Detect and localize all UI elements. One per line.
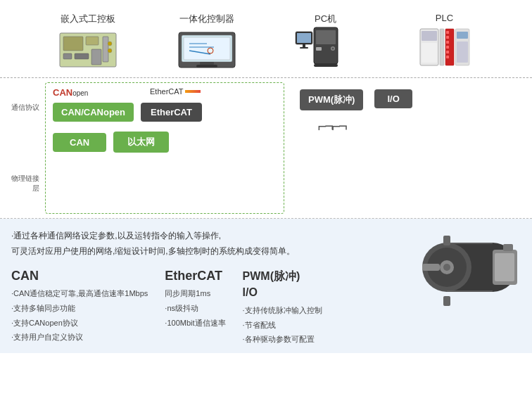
device-embedded-label: 嵌入式工控板 xyxy=(61,13,115,25)
comm-protocol-label: 通信协议 xyxy=(8,103,42,113)
device-embedded-image xyxy=(56,30,120,70)
device-plc-label: PLC xyxy=(436,13,453,23)
svg-rect-19 xyxy=(316,30,336,44)
feature-ethercat: EtherCAT 同步周期1ms ·ns级抖动 ·100Mbit通信速率 xyxy=(165,269,225,346)
svg-rect-17 xyxy=(196,65,217,68)
can-phys-badge: CAN xyxy=(53,133,106,152)
intro-line2: 可灵活对应用户使用的网络,缩短设计时间,多轴控制时的系统构成变得简单。 xyxy=(11,244,422,260)
device-embedded: 嵌入式工控板 xyxy=(56,13,120,70)
svg-rect-26 xyxy=(303,44,305,47)
svg-rect-29 xyxy=(422,31,437,41)
canopen-logo: CANopen xyxy=(53,87,88,98)
io-column: I/O xyxy=(374,89,412,108)
svg-rect-35 xyxy=(446,41,449,44)
feature-can-title: CAN xyxy=(11,269,148,283)
right-protocols: PWM(脉冲) ⌐¬⌐¬ I/O xyxy=(284,82,524,214)
feature-can-item0: ·CAN通信稳定可靠,最高通信速率1Mbps xyxy=(11,287,148,300)
svg-rect-11 xyxy=(184,37,230,60)
phys-row: CAN 以太网 xyxy=(53,132,277,153)
device-pc: PC机 xyxy=(294,13,357,70)
can-canopen-badge: CAN/CANopen xyxy=(53,103,134,122)
protocol-box: CANopen EtherCAT CAN/CANopen EtherCAT CA… xyxy=(45,82,284,214)
device-controller-label: 一体化控制器 xyxy=(179,13,234,25)
feature-pwm-io-item0: ·支持传统脉冲输入控制 xyxy=(243,304,322,317)
svg-rect-5 xyxy=(91,49,101,65)
bottom-content: ·通过各种通信网络设定参数,以及运转指令的输入等操作, 可灵活对应用户使用的网络… xyxy=(11,229,422,346)
svg-rect-40 xyxy=(457,32,468,39)
svg-rect-1 xyxy=(63,37,83,51)
intro-text: ·通过各种通信网络设定参数,以及运转指令的输入等操作, 可灵活对应用户使用的网络… xyxy=(11,229,422,259)
feature-pwm-io-item2: ·各种驱动参数可配置 xyxy=(243,333,322,346)
device-pc-label: PC机 xyxy=(315,13,336,25)
svg-rect-2 xyxy=(86,37,99,45)
svg-rect-25 xyxy=(297,33,311,43)
svg-rect-31 xyxy=(440,29,444,65)
svg-point-7 xyxy=(108,41,112,46)
feature-pwm-io: PWM(脉冲)I/O ·支持传统脉冲输入控制 ·节省配线 ·各种驱动参数可配置 xyxy=(243,269,322,346)
feature-ethercat-title: EtherCAT xyxy=(165,269,225,283)
feature-can-item1: ·支持多轴同步功能 xyxy=(11,302,148,315)
svg-point-8 xyxy=(108,49,112,53)
ethercat-logo: EtherCAT xyxy=(150,87,201,96)
device-controller: 一体化控制器 xyxy=(175,13,239,70)
pwm-badge: PWM(脉冲) xyxy=(300,89,363,110)
device-pc-image xyxy=(294,30,357,70)
device-plc-image xyxy=(413,27,476,68)
comm-row: CAN/CANopen EtherCAT xyxy=(53,103,277,122)
open-text: open xyxy=(72,89,88,97)
pwm-wave-icon: ⌐¬⌐¬ xyxy=(318,117,346,136)
motor-image xyxy=(422,229,521,313)
layer-labels: 通信协议 物理链接层 xyxy=(8,82,45,214)
svg-point-22 xyxy=(331,48,334,50)
feature-ethercat-item0: 同步周期1ms xyxy=(165,287,225,300)
svg-rect-30 xyxy=(422,43,437,63)
svg-rect-37 xyxy=(446,51,449,53)
feature-can-item2: ·支持CANopen协议 xyxy=(11,316,148,330)
middle-section: 通信协议 物理链接层 CANopen EtherCAT CAN/CANopen … xyxy=(0,78,532,219)
ethercat-bar xyxy=(185,90,201,93)
svg-rect-16 xyxy=(200,62,214,65)
io-badge: I/O xyxy=(374,89,412,108)
svg-rect-20 xyxy=(316,47,322,51)
svg-point-47 xyxy=(443,264,450,271)
phys-layer-label: 物理链接层 xyxy=(8,174,42,193)
svg-rect-52 xyxy=(495,253,514,281)
svg-rect-53 xyxy=(503,244,513,251)
svg-rect-38 xyxy=(446,56,449,58)
features-row: CAN ·CAN通信稳定可靠,最高通信速率1Mbps ·支持多轴同步功能 ·支持… xyxy=(11,269,422,346)
feature-can: CAN ·CAN通信稳定可靠,最高通信速率1Mbps ·支持多轴同步功能 ·支持… xyxy=(11,269,148,346)
svg-rect-36 xyxy=(446,46,449,49)
svg-rect-3 xyxy=(63,53,72,59)
svg-rect-34 xyxy=(446,36,449,39)
feature-pwm-io-title: PWM(脉冲)I/O xyxy=(243,269,322,300)
svg-rect-50 xyxy=(443,296,450,306)
intro-line1: ·通过各种通信网络设定参数,以及运转指令的输入等操作, xyxy=(11,229,422,244)
ethercat-logo-text: EtherCAT xyxy=(150,87,183,96)
svg-rect-41 xyxy=(457,41,468,63)
device-controller-image xyxy=(175,30,239,70)
svg-rect-4 xyxy=(75,53,89,59)
bottom-section: ·通过各种通信网络设定参数,以及运转指令的输入等操作, 可灵活对应用户使用的网络… xyxy=(0,219,532,353)
feature-ethercat-item2: ·100Mbit通信速率 xyxy=(165,316,225,330)
svg-rect-6 xyxy=(103,37,108,62)
device-plc: PLC xyxy=(413,13,476,68)
svg-rect-27 xyxy=(300,47,308,49)
svg-rect-48 xyxy=(422,264,440,271)
motor-area xyxy=(422,229,521,346)
can-text: CAN xyxy=(53,87,72,98)
feature-ethercat-item1: ·ns级抖动 xyxy=(165,302,225,315)
top-devices-section: 嵌入式工控板 一体化控制器 xyxy=(0,0,532,78)
feature-pwm-io-item1: ·节省配线 xyxy=(243,319,322,332)
svg-rect-23 xyxy=(314,64,338,67)
svg-rect-33 xyxy=(446,31,449,34)
ethercat-badge: EtherCAT xyxy=(141,103,202,122)
ethernet-phys-badge: 以太网 xyxy=(113,132,169,153)
pwm-column: PWM(脉冲) ⌐¬⌐¬ xyxy=(300,89,363,136)
svg-rect-49 xyxy=(443,236,450,245)
feature-can-item3: ·支持用户自定义协议 xyxy=(11,331,148,344)
